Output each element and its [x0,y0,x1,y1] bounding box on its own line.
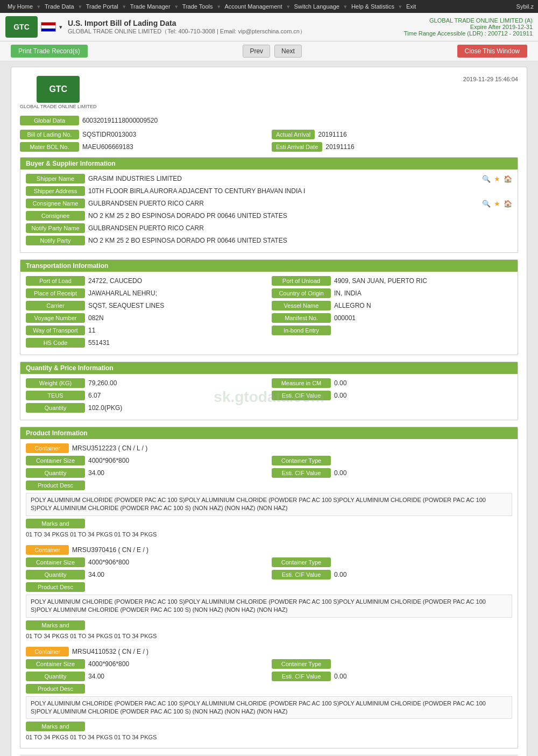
notify-party-name-label: Notify Party Name [26,223,85,233]
buyer-supplier-header: Buyer & Supplier Information [20,158,518,169]
container-item-0: Container MRSU3512223 ( CN / L / ) Conta… [26,443,512,538]
notify-party-row: Notify Party NO 2 KM 25 2 BO ESPINOSA DO… [26,236,512,245]
doc-logo: GTC [37,76,80,103]
prev-button-top[interactable]: Prev [243,45,270,58]
nav-trade-manager[interactable]: Trade Manager [127,2,174,11]
document-card: GTC GLOBAL TRADE ONLINE LIMITED 2019-11-… [11,67,527,756]
place-of-receipt-value: JAWAHARLAL NEHRU; [88,289,266,297]
esti-cif-label: Esti. CIF Value [272,391,331,400]
nav-user: Sybil.z [516,3,534,10]
consignee-home-icon[interactable]: 🏠 [504,200,512,208]
shipper-star-icon[interactable]: ★ [494,175,500,183]
weight-measure-row: Weight (KG) 79,260.00 Measure in CM 0.00 [26,378,512,388]
consignee-search-icon[interactable]: 🔍 [482,200,491,208]
dropdown-arrow-icon[interactable]: ▾ [59,24,62,31]
container-1-value: MRSU3970416 ( CN / E / ) [72,546,512,554]
measure-cm-label: Measure in CM [272,378,331,388]
container-1-marks-label: Marks and [26,620,85,630]
container-2-desc-label: Product Desc [26,684,85,694]
teus-label: TEUS [26,391,85,400]
port-of-load-value: 24722, CAUCEDO [88,277,266,285]
shipper-search-icon[interactable]: 🔍 [482,175,491,183]
esti-arrival-label: Esti Arrival Date [272,142,322,152]
container-2-type-label: Container Type [272,659,331,669]
nav-trade-data[interactable]: Trade Data [41,2,77,11]
notify-party-label: Notify Party [26,236,85,245]
container-2-label: Container [26,647,69,656]
page-title: U.S. Import Bill of Lading Data [68,19,399,27]
container-0-qty-label: Quantity [26,468,85,478]
vessel-name-label: Vessel Name [272,301,331,310]
container-1-size-label: Container Size [26,557,85,567]
consignee-star-icon[interactable]: ★ [494,200,500,208]
container-0-qty-value: 34.00 [88,469,266,477]
consignee-name-row: Consignee Name GULBRANDSEN PUERTO RICO C… [26,199,512,208]
consignee-value: NO 2 KM 25 2 BO ESPINOSA DORADO PR 00646… [88,212,512,220]
container-1-desc-label-row: Product Desc [26,582,512,592]
container-1-esti-label: Esti. CIF Value [272,570,331,580]
container-0-qty-row: Quantity 34.00 Esti. CIF Value 0.00 [26,468,512,478]
container-0-size-value: 4000*906*800 [88,457,266,464]
container-2-desc-label-row: Product Desc [26,684,512,694]
nav-trade-portal[interactable]: Trade Portal [83,2,122,11]
container-item-1: Container MRSU3970416 ( CN / E / ) Conta… [26,545,512,639]
weight-label: Weight (KG) [26,378,85,388]
carrier-value: SQST, SEAQUEST LINES [88,302,266,309]
container-2-qty-value: 34.00 [88,673,266,680]
shipper-home-icon[interactable]: 🏠 [504,175,512,183]
container-2-qty-row: Quantity 34.00 Esti. CIF Value 0.00 [26,672,512,681]
nav-trade-tools[interactable]: Trade Tools [179,2,216,11]
container-1-qty-label: Quantity [26,570,85,580]
voyage-manifest-row: Voyage Number 082N Manifest No. 000001 [26,313,512,323]
quantity-value: 102.0(PKG) [88,404,512,412]
container-1-row: Container MRSU3970416 ( CN / E / ) [26,545,512,555]
close-button-top[interactable]: Close This Window [457,45,527,58]
container-0-esti-label: Esti. CIF Value [272,468,331,478]
actual-arrival-col: Actual Arrival 20191116 [272,130,518,139]
nav-help-statistics[interactable]: Help & Statistics [348,2,398,11]
doc-logo-subtitle: GLOBAL TRADE ONLINE LIMITED [20,104,97,109]
mater-bol-col: Mater BOL No. MAEU606669183 [20,142,266,152]
teus-esti-row: TEUS 6.07 Esti. CIF Value 0.00 [26,391,512,400]
quantity-price-section: Quantity & Price Information sk.gtodata.… [20,362,518,420]
nav-exit[interactable]: Exit [403,2,419,11]
container-0-marks-label: Marks and [26,519,85,528]
container-0-marks-value: 01 TO 34 PKGS 01 TO 34 PKGS 01 TO 34 PKG… [26,531,512,538]
container-1-size-row: Container Size 4000*906*800 Container Ty… [26,557,512,567]
way-of-transport-value: 11 [88,327,266,334]
container-1-size-value: 4000*906*800 [88,559,266,566]
nav-my-home[interactable]: My Home [4,2,36,11]
account-status: GLOBAL TRADE ONLINE LIMITED (A) [404,17,533,24]
header-right: GLOBAL TRADE ONLINE LIMITED (A) Expire A… [404,17,533,37]
bol-value: SQSTIDR0013003 [82,131,266,138]
place-country-row: Place of Receipt JAWAHARLAL NEHRU; Count… [26,288,512,298]
container-0-esti-value: 0.00 [334,469,512,477]
container-2-esti-value: 0.00 [334,673,512,680]
global-data-value: 600320191118000009520 [82,117,518,124]
nav-switch-language[interactable]: Switch Language [291,2,343,11]
container-2-size-value: 4000*906*800 [88,660,266,668]
bol-col: Bill of Lading No. SQSTIDR0013003 [20,130,266,139]
esti-cif-value: 0.00 [334,392,512,399]
main-content: GTC GLOBAL TRADE ONLINE LIMITED 2019-11-… [0,61,538,756]
container-0-size-label: Container Size [26,456,85,465]
weight-value: 79,260.00 [88,379,266,387]
product-info-body: Container MRSU3512223 ( CN / L / ) Conta… [20,439,518,748]
shipper-address-label: Shipper Address [26,186,85,196]
top-action-bar: Print Trade Record(s) Prev Next Close Th… [0,41,538,61]
container-0-row: Container MRSU3512223 ( CN / L / ) [26,443,512,453]
actual-arrival-value: 20191116 [318,131,518,138]
container-2-marks-label-row: Marks and [26,722,512,731]
consignee-row: Consignee NO 2 KM 25 2 BO ESPINOSA DORAD… [26,211,512,221]
shipper-address-row: Shipper Address 10TH FLOOR BIRLA AURORA … [26,186,512,196]
container-1-desc-value: POLY ALUMINIUM CHLORIDE (POWDER PAC AC 1… [26,595,512,618]
nav-account-management[interactable]: Account Management [222,2,286,11]
container-1-label: Container [26,545,69,555]
container-2-row: Container MRSU4110532 ( CN / E / ) [26,647,512,656]
country-of-origin-value: IN, INDIA [334,289,512,297]
print-button-top[interactable]: Print Trade Record(s) [11,45,88,58]
next-button-top[interactable]: Next [274,45,302,58]
voyage-number-label: Voyage Number [26,313,85,323]
measure-cm-value: 0.00 [334,379,512,387]
esti-arrival-col: Esti Arrival Date 20191116 [272,142,518,152]
